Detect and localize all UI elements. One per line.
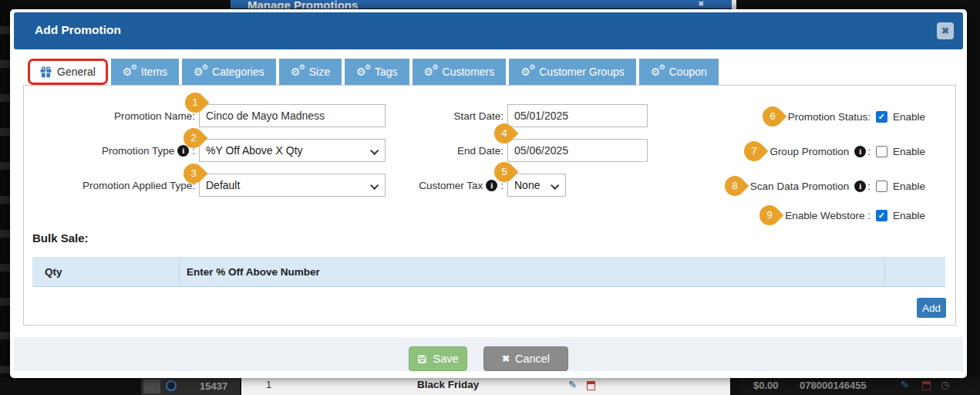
end-date-label: End Date: <box>365 145 507 157</box>
background-sidebar <box>0 0 10 395</box>
background-row-col1: 1 <box>266 379 271 390</box>
promotion-type-row: Promotion Type i : %Y Off Above X Qty <box>31 139 386 162</box>
end-date-input[interactable] <box>507 139 648 162</box>
gift-icon <box>40 66 52 78</box>
background-close-icon[interactable]: ✖ <box>698 0 704 8</box>
enable-webstore-row: 9 Enable Webstore : ✓ Enable <box>759 205 925 225</box>
enable-label: Enable <box>893 111 925 123</box>
background-row-checkbox[interactable] <box>143 380 160 393</box>
background-row-middle-cells: 1 Black Friday ✎ <box>241 378 730 395</box>
tab-label: General <box>57 66 96 78</box>
check-icon: ✓ <box>878 211 885 221</box>
tab-general[interactable]: General <box>28 59 108 85</box>
promotion-name-row: Promotion Name: <box>31 104 386 127</box>
annotation-marker-7: 7 <box>740 137 769 166</box>
colon: : <box>867 146 871 157</box>
promotion-name-input[interactable] <box>199 104 386 127</box>
tab-label: Tags <box>375 66 398 78</box>
scan-data-promotion-checkbox[interactable] <box>876 181 887 192</box>
tab-bar: General ⚙⚙ Items ⚙⚙ Categories ⚙⚙ Size ⚙… <box>28 59 719 85</box>
background-row-right-cells: $0.00 078000146455 ✎ ◷ <box>740 378 980 395</box>
annotation-marker-6: 6 <box>758 103 786 131</box>
background-row-left-cells: 15437 <box>141 378 240 395</box>
colon: : <box>867 181 871 192</box>
promotion-status-checkbox[interactable]: ✓ <box>876 111 887 123</box>
tab-customer-groups[interactable]: ⚙⚙ Customer Groups <box>509 59 635 85</box>
background-row-price: $0.00 <box>753 380 779 391</box>
tab-size[interactable]: ⚙⚙ Size <box>279 59 342 85</box>
gears-icon: ⚙⚙ <box>520 66 534 78</box>
scan-data-promotion-label: Scan Data Promotion <box>750 181 849 192</box>
customer-tax-select[interactable]: None <box>507 174 566 197</box>
annotation-marker-4: 4 <box>490 120 519 148</box>
cancel-x-icon: ✖ <box>502 353 510 364</box>
promotion-applied-type-select[interactable]: Default <box>199 174 386 197</box>
background-manage-promotions-header: Manage Promotions ✖ <box>231 0 732 8</box>
column-divider <box>179 259 180 285</box>
delete-calendar-icon[interactable] <box>922 381 931 390</box>
modal-close-button[interactable]: ✖ <box>937 22 954 39</box>
customer-tax-row: Customer Tax i : None <box>365 174 566 197</box>
promotion-status-label: Promotion Status: <box>788 111 871 123</box>
annotation-marker-5: 5 <box>490 158 519 187</box>
background-modal-edge <box>732 0 736 9</box>
customer-tax-label: Customer Tax i : <box>365 180 507 191</box>
column-divider <box>884 259 885 285</box>
tab-items[interactable]: ⚙⚙ Items <box>111 59 179 85</box>
save-floppy-icon <box>417 354 427 364</box>
promotion-applied-type-row: Promotion Applied Type: Default <box>31 174 386 197</box>
tab-label: Categories <box>212 66 264 78</box>
save-label: Save <box>433 353 458 365</box>
tab-label: Customer Groups <box>539 66 624 78</box>
background-page-title: Manage Promotions <box>248 0 358 8</box>
chevron-down-icon <box>551 181 559 190</box>
tab-coupon[interactable]: ⚙⚙ Coupon <box>639 59 719 85</box>
annotation-marker-8: 8 <box>720 172 749 201</box>
screen: Manage Promotions ✖ 15437 1 Black Friday… <box>0 0 980 395</box>
history-clock-icon[interactable]: ◷ <box>941 379 949 390</box>
start-date-label: Start Date: <box>365 110 507 122</box>
promotion-type-select[interactable]: %Y Off Above X Qty <box>199 139 386 162</box>
gears-icon: ⚙⚙ <box>424 66 437 78</box>
promotion-name-label: Promotion Name: <box>31 110 199 122</box>
enable-label: Enable <box>893 210 925 221</box>
tab-categories[interactable]: ⚙⚙ Categories <box>182 59 276 85</box>
group-promotion-label: Group Promotion <box>770 146 849 157</box>
bulk-percent-column-header: Enter % Off Above Number <box>187 258 320 287</box>
group-promotion-row: 7 Group Promotion i : Enable <box>744 141 925 161</box>
promotion-applied-type-label: Promotion Applied Type: <box>31 180 199 191</box>
start-date-input[interactable] <box>507 104 648 127</box>
gears-icon: ⚙⚙ <box>651 66 664 78</box>
gears-icon: ⚙⚙ <box>356 66 369 78</box>
edit-pencil-icon[interactable]: ✎ <box>568 379 577 390</box>
bulk-sale-title: Bulk Sale: <box>32 231 89 245</box>
enable-webstore-label: Enable Webstore : <box>785 210 871 221</box>
group-promotion-checkbox[interactable] <box>876 146 887 157</box>
annotation-marker-9: 9 <box>756 201 784 230</box>
tab-customers[interactable]: ⚙⚙ Customers <box>413 59 507 85</box>
background-row-name: Black Friday <box>417 379 479 390</box>
tab-label: Coupon <box>669 66 707 78</box>
info-icon[interactable]: i <box>854 146 866 157</box>
enable-webstore-checkbox[interactable]: ✓ <box>876 210 887 221</box>
bulk-add-button[interactable]: Add <box>917 298 946 318</box>
gears-icon: ⚙⚙ <box>123 66 136 78</box>
background-row-id: 15437 <box>200 380 227 392</box>
info-icon[interactable]: i <box>854 181 866 192</box>
tab-label: Size <box>309 66 330 78</box>
background-table-row: 15437 1 Black Friday ✎ $0.00 07800014645… <box>0 378 980 395</box>
enable-label: Enable <box>893 146 925 157</box>
bulk-qty-column-header: Qty <box>45 258 62 287</box>
calendar-icon[interactable] <box>587 381 595 390</box>
scan-data-promotion-row: 8 Scan Data Promotion i : Enable <box>725 176 925 196</box>
bulk-sale-table-header: Qty Enter % Off Above Number <box>32 257 945 287</box>
promotion-status-row: 6 Promotion Status: ✓ Enable <box>763 106 925 127</box>
annotation-marker-1: 1 <box>181 89 210 117</box>
modal-footer: Save ✖ Cancel <box>14 337 963 371</box>
cancel-button[interactable]: ✖ Cancel <box>483 346 568 371</box>
cancel-label: Cancel <box>515 353 550 365</box>
save-button[interactable]: Save <box>409 346 467 371</box>
tab-tags[interactable]: ⚙⚙ Tags <box>345 59 409 85</box>
background-status-icon <box>166 380 177 391</box>
edit-pencil-icon[interactable]: ✎ <box>901 379 909 390</box>
